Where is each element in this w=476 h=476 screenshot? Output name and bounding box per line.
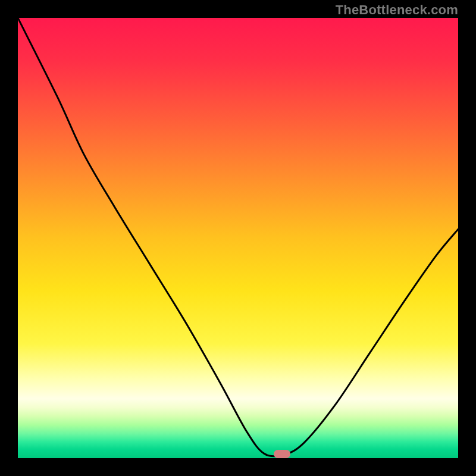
optimal-point-marker [274, 450, 290, 458]
bottleneck-curve [18, 18, 458, 458]
chart-frame: TheBottleneck.com [0, 0, 476, 476]
plot-area [18, 18, 458, 458]
watermark-text: TheBottleneck.com [336, 2, 458, 18]
